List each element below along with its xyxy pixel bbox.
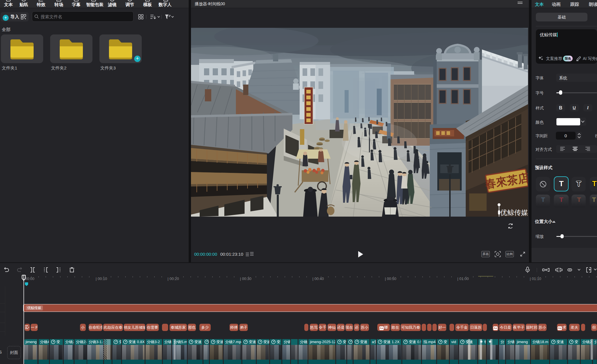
svg-text:优鲸传媒: 优鲸传媒 xyxy=(500,208,528,216)
